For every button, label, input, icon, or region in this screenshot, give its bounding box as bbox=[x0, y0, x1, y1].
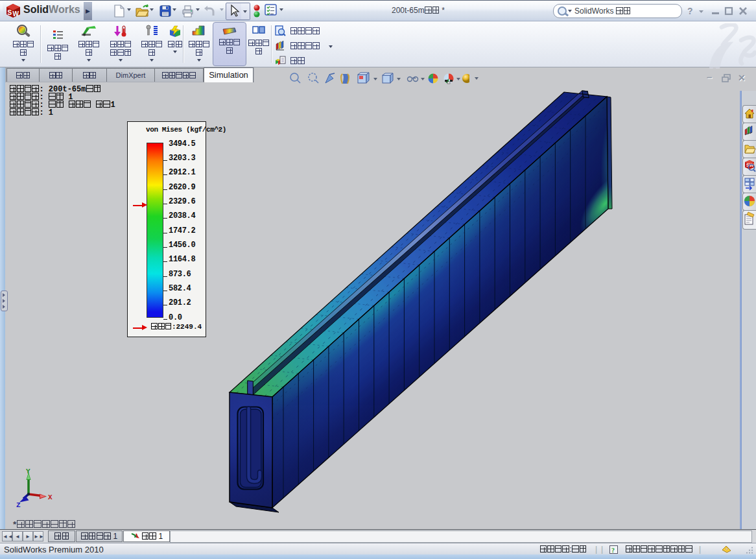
svg-text:X: X bbox=[48, 494, 53, 501]
svg-text:?: ? bbox=[611, 547, 615, 554]
svg-text:Z: Z bbox=[16, 501, 21, 509]
svg-text:Y: Y bbox=[26, 468, 30, 475]
